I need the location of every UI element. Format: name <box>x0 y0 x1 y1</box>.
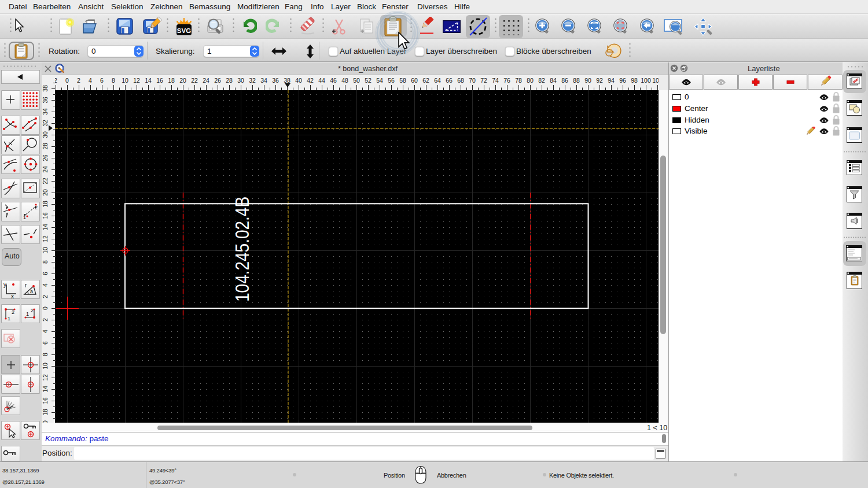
svg-text:18: 18 <box>42 201 49 208</box>
svg-text:48: 48 <box>341 77 348 84</box>
svg-text:44: 44 <box>318 77 325 84</box>
svg-text:94: 94 <box>608 77 615 84</box>
svg-text:30: 30 <box>237 77 244 84</box>
svg-text:24: 24 <box>203 77 209 84</box>
svg-text:6: 6 <box>42 341 49 345</box>
svg-text:SVG: SVG <box>177 27 191 34</box>
svg-text:14: 14 <box>145 77 152 84</box>
svg-text:26: 26 <box>42 154 49 161</box>
svg-text:50: 50 <box>353 77 360 84</box>
svg-text:62: 62 <box>422 77 429 84</box>
svg-text:66: 66 <box>446 77 453 84</box>
svg-text:68: 68 <box>457 77 464 84</box>
svg-text:12: 12 <box>133 77 140 84</box>
svg-text:4: 4 <box>42 330 49 333</box>
svg-text:52: 52 <box>365 77 372 84</box>
svg-text:20: 20 <box>42 189 49 196</box>
svg-text:0: 0 <box>42 306 49 310</box>
svg-text:90: 90 <box>584 77 591 84</box>
svg-text:10: 10 <box>42 363 49 369</box>
svg-text:8: 8 <box>42 353 49 356</box>
svg-text:1: 1 <box>8 316 10 321</box>
svg-text:64: 64 <box>434 77 441 84</box>
svg-text:8: 8 <box>112 77 115 84</box>
svg-text:2: 2 <box>42 295 49 298</box>
svg-text:70: 70 <box>469 77 476 84</box>
svg-text:58: 58 <box>399 77 406 84</box>
svg-text:42: 42 <box>307 77 314 84</box>
svg-text:82: 82 <box>538 77 545 84</box>
svg-text:80: 80 <box>527 77 534 84</box>
svg-text:a: a <box>30 289 33 294</box>
svg-text:32: 32 <box>249 77 256 84</box>
svg-text:86: 86 <box>561 77 568 84</box>
svg-text:78: 78 <box>515 77 522 84</box>
svg-text:6: 6 <box>100 77 104 84</box>
svg-text:74: 74 <box>492 77 499 84</box>
svg-text:y: y <box>3 282 6 288</box>
svg-text:22: 22 <box>191 77 198 84</box>
svg-text:6: 6 <box>42 272 49 275</box>
svg-text:1: 1 <box>23 215 26 220</box>
svg-text:88: 88 <box>573 77 580 84</box>
svg-text:2: 2 <box>31 308 34 313</box>
svg-text:104.245.02.4B: 104.245.02.4B <box>231 197 253 302</box>
svg-text:4: 4 <box>42 283 49 287</box>
svg-text:18: 18 <box>168 77 175 84</box>
svg-text:16: 16 <box>42 397 49 404</box>
svg-text:4: 4 <box>89 77 92 84</box>
svg-text:60: 60 <box>411 77 418 84</box>
svg-text:22: 22 <box>42 178 49 184</box>
svg-text:56: 56 <box>388 77 395 84</box>
svg-text:8: 8 <box>42 260 49 264</box>
svg-text:72: 72 <box>480 77 487 84</box>
svg-text:54: 54 <box>376 77 383 84</box>
svg-text:16: 16 <box>42 212 49 219</box>
svg-text:r: r <box>25 282 27 289</box>
svg-text:34: 34 <box>260 77 267 84</box>
svg-text:12: 12 <box>42 374 49 381</box>
svg-text:92: 92 <box>596 77 603 84</box>
svg-text:18: 18 <box>42 409 49 416</box>
svg-text:30: 30 <box>42 131 49 138</box>
svg-text:40: 40 <box>295 77 302 84</box>
svg-text:16: 16 <box>156 77 163 84</box>
svg-text:24: 24 <box>42 166 49 173</box>
svg-text:38: 38 <box>42 85 49 92</box>
svg-text:0: 0 <box>65 77 69 84</box>
svg-text:2: 2 <box>42 318 49 321</box>
svg-text:28: 28 <box>42 143 49 150</box>
svg-text:2: 2 <box>77 77 80 84</box>
svg-text:98: 98 <box>631 77 638 84</box>
svg-text:96: 96 <box>619 77 626 84</box>
svg-text:36: 36 <box>272 77 279 84</box>
svg-text:46: 46 <box>330 77 337 84</box>
svg-text:36: 36 <box>42 97 49 103</box>
svg-text:12: 12 <box>42 235 49 242</box>
svg-text:20: 20 <box>179 77 186 84</box>
svg-text:28: 28 <box>226 77 233 84</box>
svg-text:1: 1 <box>26 311 29 317</box>
svg-text:x: x <box>11 293 14 298</box>
svg-text:34: 34 <box>42 108 49 115</box>
svg-text:76: 76 <box>503 77 510 84</box>
svg-text:84: 84 <box>550 77 557 84</box>
svg-text:2: 2 <box>12 309 14 315</box>
svg-text:10: 10 <box>42 247 49 254</box>
svg-text:38: 38 <box>284 77 290 84</box>
svg-text:26: 26 <box>214 77 221 84</box>
svg-text:32: 32 <box>42 120 49 127</box>
svg-text:14: 14 <box>42 224 49 231</box>
svg-text:14: 14 <box>42 386 49 393</box>
svg-text:100: 100 <box>641 77 651 84</box>
svg-text:10: 10 <box>122 77 128 84</box>
svg-text:2: 2 <box>55 77 57 84</box>
svg-text:102: 102 <box>652 77 659 84</box>
